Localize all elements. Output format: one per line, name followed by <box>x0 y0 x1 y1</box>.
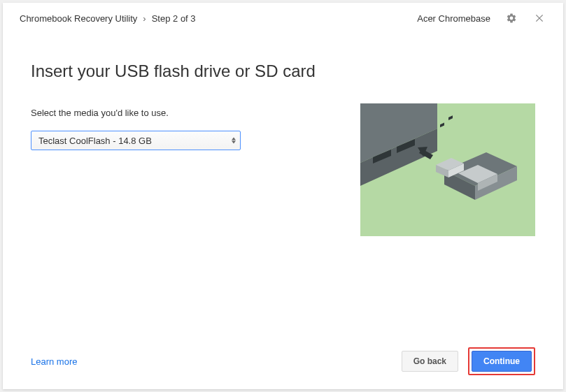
breadcrumb-separator: › <box>143 13 146 24</box>
step-indicator: Step 2 of 3 <box>152 13 196 24</box>
close-icon <box>535 13 544 23</box>
titlebar: Chromebook Recovery Utility › Step 2 of … <box>3 3 563 34</box>
learn-more-link[interactable]: Learn more <box>31 356 77 367</box>
svg-rect-17 <box>448 115 453 120</box>
svg-rect-16 <box>440 123 444 128</box>
settings-button[interactable] <box>502 8 521 28</box>
continue-highlight: Continue <box>468 347 535 375</box>
media-select[interactable]: Teclast CoolFlash - 14.8 GB <box>31 131 241 150</box>
usb-illustration-svg <box>360 103 535 236</box>
go-back-button[interactable]: Go back <box>402 351 458 372</box>
left-panel: Insert your USB flash drive or SD card S… <box>31 61 339 340</box>
continue-button[interactable]: Continue <box>472 351 532 372</box>
media-select-wrapper[interactable]: Teclast CoolFlash - 14.8 GB <box>31 131 241 150</box>
close-button[interactable] <box>530 8 549 28</box>
content-area: Insert your USB flash drive or SD card S… <box>3 34 563 340</box>
device-name: Acer Chromebase <box>417 13 490 24</box>
instruction-text: Select the media you'd like to use. <box>31 108 339 118</box>
usb-insert-illustration <box>360 103 535 236</box>
app-window: Chromebook Recovery Utility › Step 2 of … <box>3 3 563 389</box>
app-title: Chromebook Recovery Utility <box>20 13 137 24</box>
footer: Learn more Go back Continue <box>3 340 563 389</box>
right-panel <box>360 61 535 340</box>
gear-icon <box>506 13 517 24</box>
page-heading: Insert your USB flash drive or SD card <box>31 61 339 81</box>
